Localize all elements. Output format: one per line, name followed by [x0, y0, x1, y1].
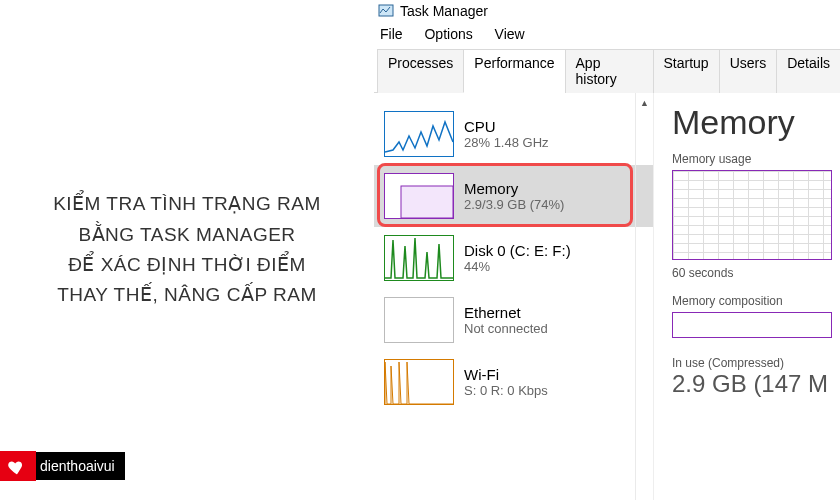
wifi-thumb-icon [384, 359, 454, 405]
memory-title: Memory [464, 180, 564, 197]
menu-file[interactable]: File [380, 26, 403, 42]
in-use-value: 2.9 GB (147 M [672, 370, 840, 398]
tab-startup[interactable]: Startup [653, 49, 720, 93]
window-titlebar: Task Manager [374, 0, 840, 22]
ethernet-sub: Not connected [464, 321, 548, 336]
tab-performance[interactable]: Performance [463, 49, 565, 93]
tab-bar: Processes Performance App history Startu… [374, 48, 840, 93]
ethernet-thumb-icon [384, 297, 454, 343]
tab-users[interactable]: Users [719, 49, 778, 93]
disk-thumb-icon [384, 235, 454, 281]
memory-sub: 2.9/3.9 GB (74%) [464, 197, 564, 212]
cpu-title: CPU [464, 118, 549, 135]
disk-title: Disk 0 (C: E: F:) [464, 242, 571, 259]
scrollbar[interactable]: ▲ [635, 93, 653, 500]
composition-label: Memory composition [672, 294, 840, 308]
svg-rect-1 [401, 186, 453, 218]
instruction-line: BẰNG TASK MANAGER [53, 220, 321, 250]
usage-label: Memory usage [672, 152, 840, 166]
performance-content: CPU 28% 1.48 GHz Memory 2.9/3.9 GB (74%) [374, 93, 840, 500]
timescale-label: 60 seconds [672, 266, 840, 280]
task-manager-window: Task Manager File Options View Processes… [374, 0, 840, 500]
category-wifi[interactable]: Wi-Fi S: 0 R: 0 Kbps [374, 351, 653, 413]
instruction-line: THAY THẾ, NÂNG CẤP RAM [53, 280, 321, 310]
category-ethernet[interactable]: Ethernet Not connected [374, 289, 653, 351]
instruction-line: KIỂM TRA TÌNH TRẠNG RAM [53, 189, 321, 219]
tab-processes[interactable]: Processes [377, 49, 464, 93]
menu-bar: File Options View [374, 22, 840, 48]
scroll-up-icon[interactable]: ▲ [636, 93, 653, 113]
disk-sub: 44% [464, 259, 571, 274]
category-memory[interactable]: Memory 2.9/3.9 GB (74%) [374, 165, 653, 227]
menu-view[interactable]: View [495, 26, 525, 42]
wifi-sub: S: 0 R: 0 Kbps [464, 383, 548, 398]
window-title: Task Manager [400, 3, 488, 19]
watermark: dienthoaivui [0, 450, 125, 482]
detail-pane: Memory Memory usage 60 seconds Memory co… [654, 93, 840, 500]
memory-composition-bar [672, 312, 832, 338]
wifi-title: Wi-Fi [464, 366, 548, 383]
watermark-logo [0, 451, 36, 481]
handshake-icon [6, 455, 28, 477]
memory-usage-chart [672, 170, 832, 260]
instruction-panel: KIỂM TRA TÌNH TRẠNG RAM BẰNG TASK MANAGE… [0, 0, 374, 500]
ethernet-title: Ethernet [464, 304, 548, 321]
menu-options[interactable]: Options [424, 26, 472, 42]
tab-app-history[interactable]: App history [565, 49, 654, 93]
memory-thumb-icon [384, 173, 454, 219]
in-use-label: In use (Compressed) [672, 356, 840, 370]
category-cpu[interactable]: CPU 28% 1.48 GHz [374, 103, 653, 165]
cpu-thumb-icon [384, 111, 454, 157]
in-use-block: In use (Compressed) 2.9 GB (147 M [672, 356, 840, 398]
category-list: CPU 28% 1.48 GHz Memory 2.9/3.9 GB (74%) [374, 93, 654, 500]
detail-title: Memory [672, 103, 840, 142]
tab-details[interactable]: Details [776, 49, 840, 93]
watermark-text: dienthoaivui [36, 452, 125, 480]
instruction-text: KIỂM TRA TÌNH TRẠNG RAM BẰNG TASK MANAGE… [53, 189, 321, 311]
cpu-sub: 28% 1.48 GHz [464, 135, 549, 150]
category-disk[interactable]: Disk 0 (C: E: F:) 44% [374, 227, 653, 289]
instruction-line: ĐỂ XÁC ĐỊNH THỜI ĐIỂM [53, 250, 321, 280]
svg-rect-0 [379, 5, 393, 16]
task-manager-icon [378, 3, 394, 19]
